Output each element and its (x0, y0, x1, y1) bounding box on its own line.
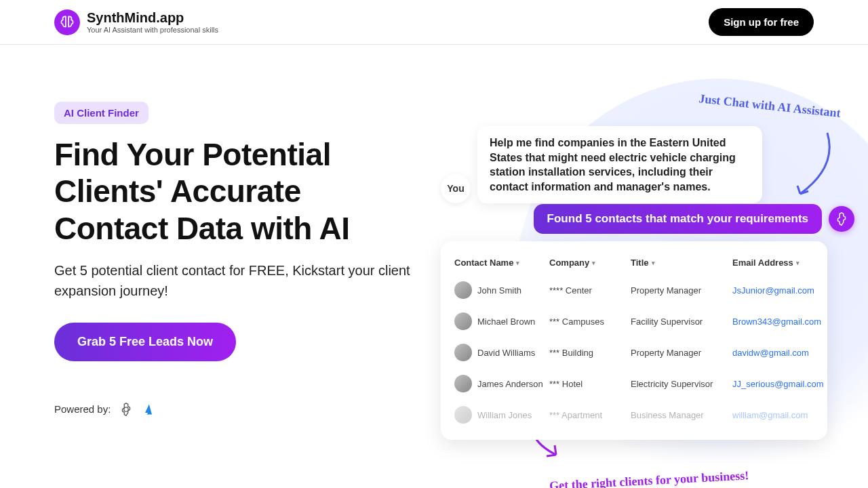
col-title[interactable]: Title▾ (631, 258, 732, 268)
powered-by: Powered by: (54, 402, 414, 417)
user-message: Help me find companies in the Eastern Un… (477, 126, 762, 203)
ai-avatar-icon (829, 206, 854, 232)
avatar (454, 344, 472, 361)
chevron-down-icon: ▾ (796, 260, 800, 266)
table-header: Contact Name▾ Company▾ Title▾ Email Addr… (441, 251, 827, 274)
table-row: John Smith **** Center Property Manager … (441, 274, 827, 306)
svg-point-0 (124, 407, 128, 411)
table-row: David Williams *** Building Property Man… (441, 337, 827, 368)
openai-icon (119, 402, 134, 417)
cta-button[interactable]: Grab 5 Free Leads Now (54, 323, 236, 361)
chevron-down-icon: ▾ (652, 260, 655, 266)
you-badge: You (441, 174, 471, 203)
product-badge: AI Client Finder (54, 102, 149, 124)
avatar (454, 406, 472, 424)
col-company[interactable]: Company▾ (549, 258, 631, 268)
azure-icon (142, 403, 155, 416)
col-email[interactable]: Email Address▾ (732, 258, 827, 268)
avatar (454, 281, 472, 299)
arrow-top-icon (780, 126, 841, 207)
hero-title: Find Your Potential Clients' Accurate Co… (54, 136, 414, 247)
table-row: Michael Brown *** Campuses Facility Supe… (441, 306, 827, 337)
brand-name: SynthMind.app (87, 11, 218, 24)
site-header: SynthMind.app Your AI Assistant with pro… (0, 0, 868, 45)
brand-tagline: Your AI Assistant with professional skil… (87, 26, 218, 34)
avatar (454, 312, 472, 330)
chevron-down-icon: ▾ (592, 260, 595, 266)
hero-subtitle: Get 5 potential client contact for FREE,… (54, 260, 414, 301)
powered-label: Powered by: (54, 403, 111, 415)
signup-button[interactable]: Sign up for free (709, 8, 814, 36)
table-row: James Anderson *** Hotel Electricity Sup… (441, 368, 827, 399)
ai-message: Found 5 contacts that match your require… (534, 204, 822, 234)
table-row: William Jones *** Apartment Business Man… (441, 399, 827, 430)
results-table: Contact Name▾ Company▾ Title▾ Email Addr… (441, 241, 827, 440)
avatar (454, 375, 472, 392)
col-contact-name[interactable]: Contact Name▾ (454, 258, 549, 268)
hero-preview: Just Chat with AI Assistant Get the righ… (427, 85, 868, 488)
brain-icon (54, 9, 80, 35)
brand-logo[interactable]: SynthMind.app Your AI Assistant with pro… (54, 9, 218, 35)
chevron-down-icon: ▾ (516, 260, 519, 266)
